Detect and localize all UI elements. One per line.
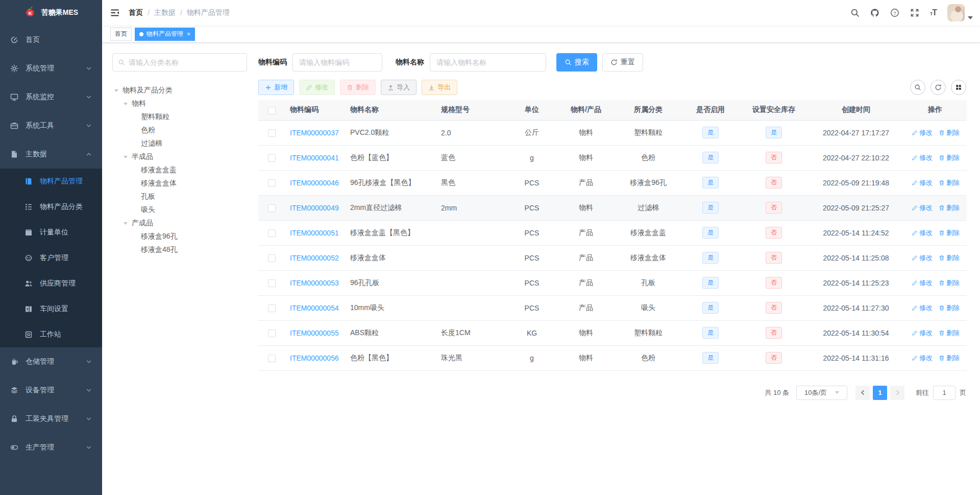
sidebar-item-workshop[interactable]: 车间设置 — [0, 296, 102, 322]
page-size-select[interactable]: 10条/页 — [796, 386, 847, 400]
table-row[interactable]: ITEM0000005410mm吸头PCS产品吸头是否2022-05-14 11… — [258, 295, 967, 320]
row-checkbox[interactable] — [268, 279, 276, 287]
row-edit-link[interactable]: 修改 — [912, 353, 933, 363]
row-delete-link[interactable]: 删除 — [939, 228, 960, 238]
sidebar-item-warehouse[interactable]: 仓储管理 — [0, 347, 102, 376]
material-name-input[interactable] — [430, 53, 546, 72]
table-row[interactable]: ITEM00000051移液盒盒盖【黑色】PCS产品移液盒盒盖是否2022-05… — [258, 220, 967, 245]
export-button[interactable]: 导出 — [422, 80, 457, 95]
row-edit-link[interactable]: 修改 — [912, 153, 933, 162]
row-edit-link[interactable]: 修改 — [912, 328, 933, 338]
row-edit-link[interactable]: 修改 — [912, 203, 933, 213]
row-delete-link[interactable]: 删除 — [939, 128, 960, 137]
item-code-link[interactable]: ITEM00000046 — [290, 179, 339, 187]
sidebar-item-suppliers[interactable]: 供应商管理 — [0, 271, 102, 296]
tree-node[interactable]: 色粉 — [112, 124, 247, 137]
table-row[interactable]: ITEM00000041色粉【蓝色】蓝色g物料色粉是否2022-04-27 22… — [258, 145, 967, 170]
sidebar-item-monitor[interactable]: 系统监控 — [0, 83, 102, 111]
tree-node[interactable]: 移液盒48孔 — [112, 243, 247, 256]
row-delete-link[interactable]: 删除 — [939, 328, 960, 338]
page-number-button[interactable]: 1 — [873, 386, 887, 400]
table-row[interactable]: ITEM00000052移液盒盒体PCS产品移液盒盒体是否2022-05-14 … — [258, 245, 967, 270]
toggle-search-button[interactable] — [910, 80, 925, 95]
sidebar-item-database[interactable]: 主数据 — [0, 140, 102, 169]
row-checkbox[interactable] — [268, 204, 276, 212]
sidebar-item-workstation[interactable]: 工作站 — [0, 322, 102, 347]
font-size-icon[interactable]: тT — [930, 8, 937, 17]
import-button[interactable]: 导入 — [381, 80, 416, 95]
add-button[interactable]: 新增 — [258, 80, 294, 95]
tree-node[interactable]: 物料及产品分类 — [112, 84, 247, 97]
tree-node[interactable]: 塑料颗粒 — [112, 110, 247, 124]
tree-node[interactable]: 移液盒96孔 — [112, 230, 247, 243]
sidebar-item-toggle[interactable]: 生产管理 — [0, 433, 102, 462]
row-delete-link[interactable]: 删除 — [939, 353, 960, 363]
close-icon[interactable]: × — [187, 31, 190, 37]
tree-node[interactable]: 吸头 — [112, 203, 247, 217]
tree-node[interactable]: 产成品 — [112, 217, 247, 230]
row-delete-link[interactable]: 删除 — [939, 303, 960, 313]
user-menu[interactable] — [947, 4, 973, 21]
github-icon[interactable] — [870, 8, 879, 17]
row-delete-link[interactable]: 删除 — [939, 203, 960, 213]
category-search-input[interactable] — [129, 58, 241, 66]
item-code-link[interactable]: ITEM00000054 — [290, 304, 339, 312]
search-button[interactable]: 搜索 — [556, 53, 597, 72]
sidebar-item-customer[interactable]: 客户管理 — [0, 245, 102, 271]
reset-button[interactable]: 重置 — [602, 53, 643, 72]
row-checkbox[interactable] — [268, 254, 276, 262]
row-edit-link[interactable]: 修改 — [912, 178, 933, 187]
table-row[interactable]: ITEM0000004696孔移液盒【黑色】黑色PCS产品移液盒96孔是否202… — [258, 170, 967, 195]
row-edit-link[interactable]: 修改 — [912, 128, 933, 137]
help-icon[interactable]: ? — [890, 8, 899, 17]
row-checkbox[interactable] — [268, 229, 276, 237]
sidebar-item-toolbox[interactable]: 系统工具 — [0, 111, 102, 140]
row-checkbox[interactable] — [268, 304, 276, 312]
sidebar-item-dashboard[interactable]: 首页 — [0, 26, 102, 54]
tree-caret-icon[interactable] — [124, 103, 132, 105]
item-code-link[interactable]: ITEM00000037 — [290, 129, 339, 137]
tree-node[interactable]: 孔板 — [112, 190, 247, 203]
sidebar-item-list[interactable]: 物料产品分类 — [0, 194, 102, 220]
table-row[interactable]: ITEM00000056色粉【黑色】珠光黑g物料色粉是否2022-05-14 1… — [258, 345, 967, 370]
select-all-checkbox[interactable] — [268, 107, 276, 114]
tree-caret-icon[interactable] — [114, 89, 122, 92]
tree-node[interactable]: 过滤棉 — [112, 137, 247, 150]
row-edit-link[interactable]: 修改 — [912, 253, 933, 263]
row-checkbox[interactable] — [268, 179, 276, 187]
next-page-button[interactable] — [890, 386, 904, 400]
item-code-link[interactable]: ITEM00000049 — [290, 204, 339, 212]
row-edit-link[interactable]: 修改 — [912, 303, 933, 313]
table-row[interactable]: ITEM000000492mm直径过滤棉2mmPCS物料过滤棉是否2022-05… — [258, 195, 967, 220]
item-code-link[interactable]: ITEM00000051 — [290, 229, 339, 237]
breadcrumb-home[interactable]: 首页 — [129, 8, 143, 17]
tree-node[interactable]: 移液盒盒盖 — [112, 163, 247, 177]
row-delete-link[interactable]: 删除 — [939, 153, 960, 162]
row-checkbox[interactable] — [268, 355, 276, 362]
row-edit-link[interactable]: 修改 — [912, 228, 933, 238]
tree-caret-icon[interactable] — [124, 156, 132, 158]
row-checkbox[interactable] — [268, 329, 276, 337]
row-delete-link[interactable]: 删除 — [939, 253, 960, 263]
material-code-input[interactable] — [292, 53, 382, 72]
search-icon[interactable] — [850, 8, 860, 17]
tag-home[interactable]: 首页 — [110, 28, 132, 41]
fullscreen-icon[interactable] — [910, 8, 919, 17]
prev-page-button[interactable] — [855, 386, 870, 400]
item-code-link[interactable]: ITEM00000041 — [290, 154, 339, 162]
row-checkbox[interactable] — [268, 129, 276, 137]
sidebar-toggle-icon[interactable] — [102, 8, 128, 18]
item-code-link[interactable]: ITEM00000052 — [290, 254, 339, 262]
sidebar-item-book[interactable]: 物料产品管理 — [0, 169, 102, 194]
tree-node[interactable]: 半成品 — [112, 150, 247, 163]
row-checkbox[interactable] — [268, 154, 276, 162]
avatar[interactable] — [947, 4, 965, 21]
sidebar-item-ledger[interactable]: 计量单位 — [0, 220, 102, 245]
delete-button[interactable]: 删除 — [340, 80, 376, 95]
edit-button[interactable]: 修改 — [299, 80, 335, 95]
tree-node[interactable]: 移液盒盒体 — [112, 177, 247, 190]
row-edit-link[interactable]: 修改 — [912, 278, 933, 288]
sidebar-item-layers[interactable]: 设备管理 — [0, 376, 102, 405]
row-delete-link[interactable]: 删除 — [939, 278, 960, 288]
table-row[interactable]: ITEM00000055ABS颗粒长度1CMKG物料塑料颗粒是否2022-05-… — [258, 320, 967, 345]
